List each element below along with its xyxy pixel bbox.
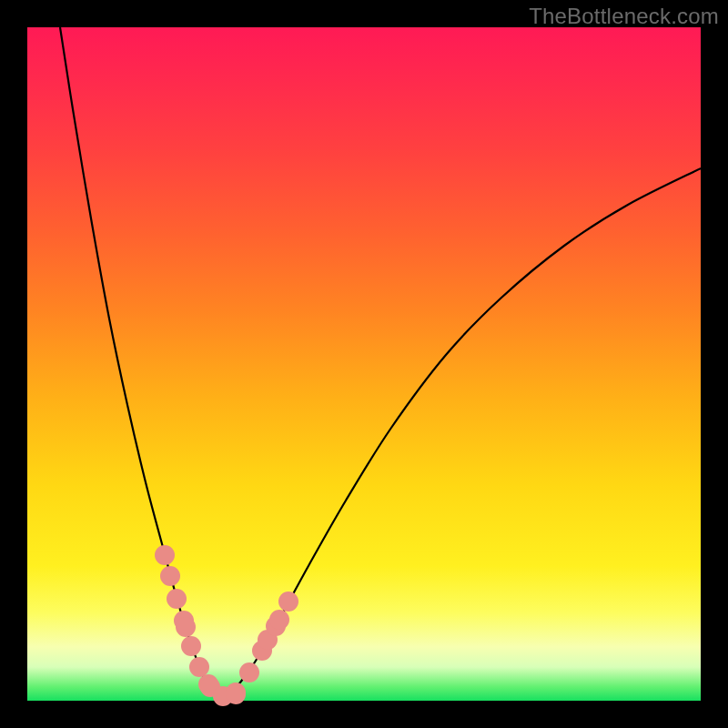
marker-dot [226, 684, 246, 704]
marker-dot [269, 610, 289, 630]
chart-frame: TheBottleneck.com [0, 0, 728, 728]
marker-dot [189, 657, 209, 677]
marker-dot [239, 662, 259, 682]
watermark-text: TheBottleneck.com [529, 4, 719, 29]
marker-dot [278, 592, 298, 612]
plot-area [27, 27, 701, 701]
marker-dot [176, 617, 196, 637]
marker-dot [167, 589, 187, 609]
curve-right-branch [218, 168, 701, 699]
curve-left-branch [60, 27, 218, 699]
marker-dots [155, 545, 298, 706]
marker-dot [155, 545, 175, 565]
marker-dot [181, 636, 201, 656]
curve-layer [27, 27, 701, 701]
marker-dot [160, 566, 180, 586]
